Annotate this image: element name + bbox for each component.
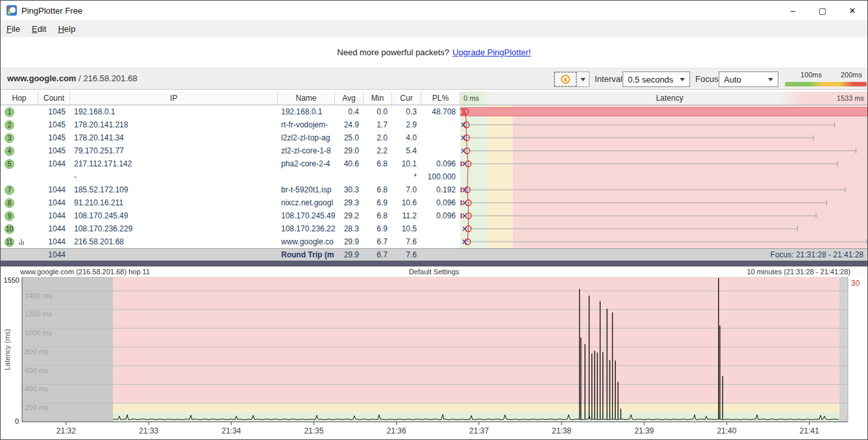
maximize-icon[interactable]: ▢ (808, 1, 837, 20)
hop-row-3[interactable]: 31045178.20.141.34l2zl2-zl-top-ag25.02.0… (1, 131, 867, 144)
hop-row-1[interactable]: 11045192.168.0.1192.168.0.10.40.00.348.7… (1, 105, 867, 118)
splitter-handle[interactable] (1, 261, 867, 266)
cur-cell: * (392, 170, 421, 183)
interval-select[interactable]: 0.5 seconds (623, 71, 690, 87)
min-cell: 2.0 (364, 131, 392, 144)
pause-button[interactable] (554, 72, 577, 86)
target-ip: / 216.58.201.68 (76, 73, 137, 83)
min-cell (364, 170, 392, 183)
ip-cell: 178.20.141.34 (70, 131, 278, 144)
count-cell: 1044 (38, 235, 70, 248)
hop-row-4[interactable]: 4104579.170.251.77zl2-zl-core-1-829.02.2… (1, 144, 867, 157)
hop-number-cell: 3 (1, 131, 38, 144)
round-trip-min: 6.7 (364, 249, 392, 261)
col-header-name[interactable]: Name (278, 92, 335, 105)
col-header-hop[interactable]: Hop (1, 92, 38, 105)
count-cell (38, 170, 70, 183)
col-header-avg[interactable]: Avg (335, 92, 364, 105)
col-header-latency[interactable]: 0 ms Latency 1533 ms (460, 92, 867, 105)
ip-cell: 178.20.141.218 (70, 118, 278, 131)
svg-text:1550: 1550 (4, 277, 19, 284)
avg-cell: 29.9 (335, 235, 364, 248)
name-cell: br-t-5920t1.isp (278, 183, 335, 196)
minimize-icon[interactable]: – (778, 1, 808, 20)
interval-label: Interval (595, 74, 623, 84)
ip-cell: 79.170.251.77 (70, 144, 278, 157)
hop-row-8[interactable]: 8104491.210.16.211nixcz.net.googl29.36.9… (1, 196, 867, 209)
avg-cell: 40.6 (335, 157, 364, 170)
hop-row-10[interactable]: 101044108.170.236.229108.170.236.2228.36… (1, 222, 867, 235)
col-header-cur[interactable]: Cur (392, 92, 421, 105)
ip-cell: 185.52.172.109 (70, 183, 278, 196)
ip-cell: 108.170.236.229 (70, 222, 278, 235)
timeline-header: www.google.com (216.58.201.68) hop 11 De… (1, 266, 867, 277)
col-header-pl[interactable]: PL% (421, 92, 460, 105)
menu-help[interactable]: Help (52, 20, 81, 37)
name-cell: 108.170.245.49 (278, 209, 335, 222)
cur-cell: 11.2 (392, 209, 421, 222)
round-trip-row[interactable]: 1044 Round Trip (m 29.9 6.7 7.6 Focus: 2… (1, 248, 867, 261)
hop-number-cell: 1 (1, 105, 38, 118)
hop-number-cell: 5 (1, 157, 38, 170)
focus-select[interactable]: Auto (719, 71, 778, 87)
svg-text:21:33: 21:33 (139, 426, 158, 435)
min-cell: 6.8 (364, 209, 392, 222)
round-trip-label: Round Trip (m (278, 249, 335, 261)
hop-badge: 1 (5, 107, 14, 117)
timeline-range-label: 10 minutes (21:31:28 - 21:41:28) (747, 268, 850, 276)
packet-loss-cell: 100.000 (421, 170, 460, 183)
upgrade-link[interactable]: Upgrade PingPlotter! (453, 47, 531, 57)
close-icon[interactable]: ✕ (837, 1, 867, 20)
col-header-min[interactable]: Min (364, 92, 392, 105)
latency-range-cell (460, 131, 867, 144)
hop-badge: 11 (5, 237, 14, 247)
pause-dropdown-button[interactable] (577, 72, 589, 86)
hop-badge: 9 (5, 211, 14, 221)
latency-range-cell (460, 196, 867, 209)
focus-label: Focus (695, 74, 718, 84)
latency-range-cell (460, 157, 867, 170)
name-cell: pha2-core-2-4 (278, 157, 335, 170)
count-cell: 1044 (38, 222, 70, 235)
name-cell: l2zl2-zl-top-ag (278, 131, 335, 144)
svg-text:0: 0 (15, 417, 19, 425)
timeline-latency-chart[interactable]: 200 ms400 ms600 ms800 ms1000 ms1200 ms14… (1, 277, 867, 439)
packet-loss-cell (421, 222, 460, 235)
avg-cell: 30.3 (335, 183, 364, 196)
col-header-ip[interactable]: IP (70, 92, 278, 105)
hop-number-cell: 2 (1, 118, 38, 131)
app-logo-icon (6, 5, 17, 16)
hop-row-11[interactable]: 111044216.58.201.68www.google.co29.96.77… (1, 235, 867, 248)
name-cell: nixcz.net.googl (278, 196, 335, 209)
packet-loss-cell (421, 144, 460, 157)
pause-icon (561, 75, 570, 84)
timeline-settings-label: Default Settings (1, 268, 867, 276)
ip-cell: 216.58.201.68 (70, 235, 278, 248)
chevron-down-icon (680, 78, 685, 81)
packet-loss-cell: 0.096 (421, 157, 460, 170)
min-cell: 6.8 (364, 183, 392, 196)
menu-file[interactable]: File (1, 20, 26, 37)
latency-scale-min: 0 ms (460, 94, 502, 102)
name-cell (278, 170, 335, 183)
hop-row-2[interactable]: 21045178.20.141.218rt-fr-vodojem-24.91.7… (1, 118, 867, 131)
latency-range-cell (460, 222, 867, 235)
hop-badge: 7 (5, 185, 14, 195)
hop-row-7[interactable]: 71044185.52.172.109br-t-5920t1.isp30.36.… (1, 183, 867, 196)
hop-row-6[interactable]: -*100.000 (1, 170, 867, 183)
target-host: www.google.com (7, 73, 76, 83)
target-toolbar: www.google.com / 216.58.201.68 Interval … (1, 68, 867, 90)
col-header-count[interactable]: Count (38, 92, 70, 105)
menu-edit[interactable]: Edit (26, 20, 52, 37)
cur-cell: 2.9 (392, 118, 421, 131)
svg-text:21:37: 21:37 (469, 426, 489, 435)
cur-cell: 7.0 (392, 183, 421, 196)
hop-row-5[interactable]: 51044217.112.171.142pha2-core-2-440.66.8… (1, 157, 867, 170)
cur-cell: 10.5 (392, 222, 421, 235)
latency-title: Latency (502, 94, 837, 103)
name-cell: rt-fr-vodojem- (278, 118, 335, 131)
hop-row-9[interactable]: 91044108.170.245.49108.170.245.4929.26.8… (1, 209, 867, 222)
svg-text:1400 ms: 1400 ms (25, 292, 53, 300)
svg-text:800 ms: 800 ms (25, 348, 49, 356)
hop-number-cell: 11 (1, 235, 38, 248)
